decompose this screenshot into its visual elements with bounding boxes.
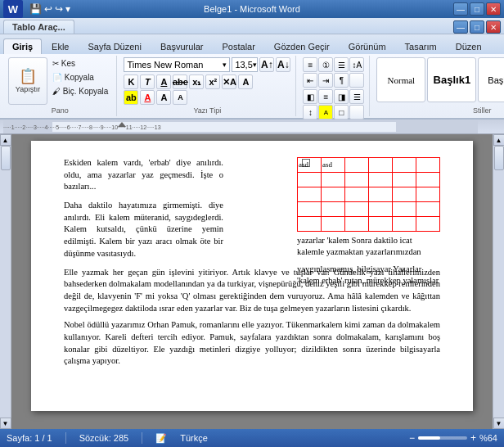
tablo-max-btn[interactable]: □ bbox=[470, 20, 484, 34]
font-dropdown-icon[interactable]: ▾ bbox=[223, 61, 227, 69]
para-extra[interactable] bbox=[349, 105, 364, 120]
subscript-button[interactable]: x₁ bbox=[189, 74, 204, 89]
table-cell[interactable] bbox=[393, 158, 416, 173]
document-table[interactable]: asd asd bbox=[297, 157, 440, 232]
table-cell[interactable] bbox=[298, 217, 322, 232]
table-cell[interactable] bbox=[298, 202, 322, 217]
undo-icon[interactable]: ↩ bbox=[44, 3, 52, 15]
yapistir-button[interactable]: 📋 Yapıştır bbox=[8, 57, 47, 105]
superscript-button[interactable]: x² bbox=[205, 74, 220, 89]
table-cell[interactable] bbox=[369, 158, 393, 173]
bullet-list-button[interactable]: ≡ bbox=[303, 57, 317, 72]
bg-color-button[interactable]: A bbox=[318, 105, 333, 120]
tablo-min-btn[interactable]: — bbox=[453, 20, 468, 34]
tablo-close-btn[interactable]: ✕ bbox=[486, 20, 501, 34]
font-color-button[interactable]: A bbox=[140, 90, 155, 105]
customize-icon[interactable]: ▾ bbox=[65, 3, 70, 15]
zoom-slider[interactable] bbox=[418, 436, 467, 440]
tab-duzen[interactable]: Düzen bbox=[447, 38, 491, 54]
scroll-right-thumb[interactable] bbox=[494, 146, 504, 170]
tablo-arac-tab[interactable]: Tablo Araç... bbox=[3, 20, 74, 34]
tab-basvurular[interactable]: Başvurular bbox=[151, 38, 213, 54]
strikethrough-button[interactable]: abe bbox=[173, 74, 187, 89]
table-cell[interactable] bbox=[393, 173, 416, 187]
tab-tasarim[interactable]: Tasarım bbox=[396, 38, 446, 54]
font-size-up2[interactable]: A bbox=[156, 90, 171, 105]
align-center-button[interactable]: ≡ bbox=[318, 89, 333, 104]
font-size-down2[interactable]: A bbox=[173, 90, 187, 105]
tab-gozden-gecir[interactable]: Gözden Geçir bbox=[265, 38, 339, 54]
table-cell[interactable] bbox=[393, 187, 416, 202]
border-button[interactable]: □ bbox=[334, 105, 349, 120]
table-cell[interactable]: asd bbox=[298, 158, 322, 173]
clear-format-button[interactable]: ✕A bbox=[222, 74, 236, 89]
align-right-button[interactable]: ◨ bbox=[334, 89, 349, 104]
table-cell[interactable] bbox=[416, 202, 440, 217]
table-cell[interactable] bbox=[298, 173, 322, 187]
align-left-button[interactable]: ◧ bbox=[303, 89, 317, 104]
table-cell[interactable] bbox=[322, 217, 345, 232]
table-cell[interactable] bbox=[369, 173, 393, 187]
underline-button[interactable]: A bbox=[156, 74, 171, 89]
font-size-box[interactable]: 13,5 ▾ bbox=[232, 57, 258, 72]
line-spacing-button[interactable]: ↕ bbox=[303, 105, 317, 120]
table-cell[interactable] bbox=[393, 217, 416, 232]
justify-button[interactable]: ☰ bbox=[349, 89, 364, 104]
show-marks-button[interactable]: ¶ bbox=[334, 73, 349, 88]
bic-button[interactable]: 🖌 Biç. Kopyala bbox=[49, 85, 111, 97]
style-heading2[interactable]: Başlık2 bbox=[478, 57, 504, 102]
minimize-button[interactable]: — bbox=[453, 2, 468, 16]
tab-sayfa-duzeni[interactable]: Sayfa Düzeni bbox=[79, 38, 150, 54]
decrease-font-button[interactable]: A↓ bbox=[276, 57, 290, 72]
table-cell[interactable] bbox=[322, 202, 345, 217]
zoom-out-button[interactable]: − bbox=[409, 432, 415, 444]
increase-indent-button[interactable]: ⇥ bbox=[318, 73, 333, 88]
table-cell[interactable] bbox=[345, 158, 369, 173]
scroll-up-button[interactable]: ▲ bbox=[0, 134, 11, 146]
table-cell[interactable] bbox=[393, 202, 416, 217]
tab-giris[interactable]: Giriş bbox=[3, 38, 42, 54]
table-cell[interactable] bbox=[416, 217, 440, 232]
clear-para-button[interactable] bbox=[349, 73, 364, 88]
table-cell[interactable] bbox=[416, 173, 440, 187]
scroll-down-button[interactable]: ▼ bbox=[0, 418, 11, 429]
scroll-thumb[interactable] bbox=[1, 146, 11, 170]
scroll-right-up-button[interactable]: ▲ bbox=[493, 134, 505, 146]
tab-gorunum[interactable]: Görünüm bbox=[340, 38, 395, 54]
style-normal[interactable]: Normal bbox=[376, 57, 425, 102]
font-name-box[interactable]: Times New Roman ▾ bbox=[124, 57, 230, 72]
table-cell[interactable] bbox=[345, 187, 369, 202]
table-cell[interactable] bbox=[345, 217, 369, 232]
text-effect-button[interactable]: A bbox=[238, 74, 253, 89]
table-cell[interactable] bbox=[322, 187, 345, 202]
table-cell[interactable] bbox=[369, 187, 393, 202]
redo-icon[interactable]: ↪ bbox=[55, 3, 63, 15]
highlight-button[interactable]: ab bbox=[124, 90, 138, 105]
close-button[interactable]: ✕ bbox=[486, 2, 501, 16]
sort-button[interactable]: ↕A bbox=[349, 57, 364, 72]
decrease-indent-button[interactable]: ⇤ bbox=[303, 73, 317, 88]
increase-font-button[interactable]: A↑ bbox=[259, 57, 274, 72]
multi-level-button[interactable]: ☰ bbox=[334, 57, 349, 72]
kopyala-button[interactable]: 📄 Kopyala bbox=[49, 71, 111, 84]
italic-button[interactable]: T bbox=[140, 74, 155, 89]
save-icon[interactable]: 💾 bbox=[29, 3, 42, 15]
scroll-right-down-button[interactable]: ▼ bbox=[493, 418, 505, 429]
tab-postalar[interactable]: Postalar bbox=[214, 38, 264, 54]
bold-button[interactable]: K bbox=[124, 74, 138, 89]
table-cell[interactable] bbox=[369, 217, 393, 232]
size-dropdown-icon[interactable]: ▾ bbox=[253, 61, 257, 69]
spell-check-icon[interactable]: 📝 bbox=[155, 433, 167, 444]
maximize-button[interactable]: □ bbox=[470, 2, 484, 16]
number-list-button[interactable]: ① bbox=[318, 57, 333, 72]
table-cell[interactable] bbox=[416, 187, 440, 202]
style-heading1[interactable]: Başlık1 bbox=[427, 57, 476, 102]
table-cell[interactable] bbox=[345, 202, 369, 217]
table-cell[interactable] bbox=[298, 187, 322, 202]
tab-ekle[interactable]: Ekle bbox=[43, 38, 78, 54]
table-cell[interactable] bbox=[416, 158, 440, 173]
zoom-in-button[interactable]: + bbox=[470, 432, 476, 444]
table-cell[interactable] bbox=[369, 202, 393, 217]
kes-button[interactable]: ✂ Kes bbox=[49, 57, 111, 70]
table-cell[interactable] bbox=[345, 173, 369, 187]
